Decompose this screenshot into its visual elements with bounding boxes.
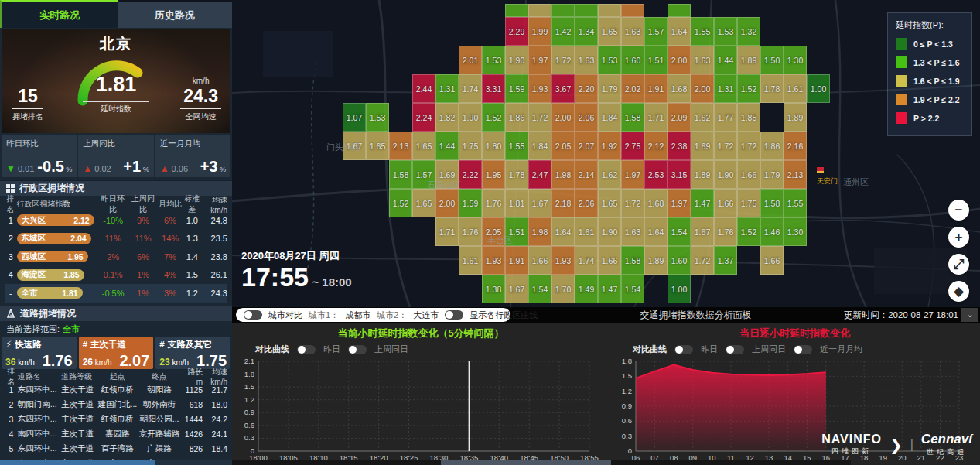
road-card-type[interactable]: ⚡快速路36 km/h1.76 — [2, 337, 77, 369]
road-row[interactable]: 4南四环中...主次干道嘉园路京开路辅路142624.1 — [5, 427, 227, 442]
chart-compare-toggles: 对比曲线昨日上周同日近一月月均 — [610, 340, 980, 355]
heatmap-cell: 1.00 — [807, 74, 830, 103]
tab-history[interactable]: 历史路况 — [118, 2, 233, 28]
road-row[interactable]: 2朝阳门南...主次干道建国门北...朝外南街61818.0 — [5, 398, 227, 412]
road-row[interactable]: 3东四环中...主次干道红领巾桥朝阳公园...144424.2 — [5, 412, 227, 427]
sidebar-scrollbar[interactable] — [0, 460, 232, 465]
heatmap-cell: 1.90 — [459, 103, 482, 132]
column-header: 均速km/h — [202, 195, 227, 214]
road-card-type[interactable]: #支路及其它23 km/h1.75 — [155, 337, 230, 369]
heatmap-cell: 1.97 — [621, 160, 644, 189]
heatmap-cell: 1.68 — [668, 74, 691, 103]
district-row[interactable]: 3西城区1.952%6%7%1.423.8 — [5, 248, 227, 266]
compare-toggle-label: 昨日 — [323, 344, 340, 355]
district-speed: 23.8 — [202, 252, 227, 262]
column-header: 终点 — [138, 371, 181, 382]
city1-select[interactable]: 成都市 — [345, 309, 370, 321]
road-row[interactable]: 5东四环中...主次干道百子湾路广渠路82618.4 — [5, 442, 227, 456]
scrollbar-thumb[interactable] — [441, 460, 611, 465]
grid-icon — [6, 184, 15, 193]
heatmap-cell: 1.63 — [621, 17, 644, 46]
city-compare-toggle[interactable] — [244, 310, 262, 320]
zoom-out-icon[interactable]: − — [948, 200, 969, 221]
city2-select[interactable]: 大连市 — [413, 309, 439, 321]
road-cell: 主次干道 — [61, 385, 97, 395]
heatmap-cell: 1.72 — [528, 103, 551, 132]
column-header: 行政区拥堵指数 — [17, 199, 98, 210]
road-card-arterial[interactable]: #主次干道26 km/h2.07 — [79, 337, 154, 369]
district-speed: 24.8 — [202, 216, 227, 225]
road-card-title: ⚡快速路 — [5, 339, 73, 350]
district-std: 1.2 — [183, 289, 202, 298]
heatmap-cell: 1.44 — [435, 132, 459, 160]
legend-swatch — [896, 112, 907, 124]
compass-icon[interactable]: ◆ — [948, 281, 969, 302]
district-row[interactable]: 4海淀区1.850.1%1%4%1.526.1 — [5, 266, 227, 285]
heatmap-cell: 1.66 — [528, 246, 551, 275]
collapse-panel-button[interactable]: ⌄ — [961, 308, 978, 322]
heatmap-cell: 1.89 — [644, 246, 668, 275]
heatmap-cell: 1.82 — [435, 103, 459, 132]
stat-unit: % — [217, 166, 226, 173]
heatmap-cell: 1.61 — [575, 217, 598, 246]
arrow-up-icon: ▲ — [160, 163, 169, 174]
scope-selector[interactable]: 当前选择范围:全市 — [0, 321, 232, 337]
district-rank: 3 — [5, 252, 17, 262]
compare-toggle[interactable] — [297, 345, 316, 354]
compare-toggle[interactable] — [794, 345, 812, 354]
heatmap-cell: 1.34 — [575, 17, 598, 46]
column-header: 道路等级 — [61, 371, 97, 382]
heatmap-cell: 1.42 — [551, 17, 575, 46]
heatmap-cell: 1.30 — [784, 46, 807, 74]
road-card-name: 快速路 — [15, 339, 42, 350]
map-canvas[interactable]: 2.291.991.421.341.651.631.571.641.551.53… — [232, 0, 980, 307]
district-day-pct: 0.1% — [98, 270, 128, 279]
column-header: 道路名 — [18, 371, 61, 382]
compare-toggle-label: 昨日 — [701, 344, 718, 355]
heatmap-cell: 1.52 — [737, 217, 760, 246]
compare-toggle[interactable] — [726, 345, 744, 354]
fullscreen-icon[interactable]: ⤢ — [948, 254, 969, 275]
heatmap-cell: 3.67 — [551, 74, 575, 103]
road-cell: 广渠路 — [138, 443, 181, 454]
district-row[interactable]: -全市1.81-0.5%1%3%1.224.3 — [5, 284, 227, 303]
district-day-pct: -0.5% — [98, 289, 128, 298]
district-month-pct: 3% — [158, 289, 182, 298]
district-row[interactable]: 2东城区2.0411%11%14%1.323.5 — [5, 230, 227, 248]
heatmap-cell: 1.98 — [528, 217, 551, 246]
district-week-pct: 9% — [128, 216, 159, 225]
heatmap-cell: 1.79 — [598, 74, 621, 103]
update-time: 更新时间：2020-08-27 18:01 — [844, 307, 958, 323]
heatmap-cell: 2.38 — [668, 132, 691, 160]
compare-toggle-label: 上周同日 — [374, 344, 408, 355]
road-cell: 2 — [5, 400, 18, 409]
heatmap-cell: 1.93 — [528, 74, 551, 103]
road-cell: 京开路辅路 — [138, 429, 181, 439]
zoom-in-icon[interactable]: + — [948, 227, 969, 248]
heatmap-cell: 2.16 — [784, 132, 807, 160]
scrollbar-thumb[interactable] — [0, 460, 155, 465]
road-row[interactable]: 1东四环中...主次干道红领巾桥朝阳路112521.7 — [5, 383, 227, 398]
svg-text:1.2: 1.2 — [622, 387, 632, 395]
heatmap-cell: 2.05 — [551, 132, 575, 160]
heatmap-cell: 1.54 — [668, 217, 691, 246]
compare-toggle[interactable] — [674, 345, 693, 354]
heatmap-cell: 2.00 — [435, 189, 459, 217]
heatmap-cell: 1.98 — [551, 160, 575, 189]
compare-toggle[interactable] — [348, 345, 367, 354]
heatmap-cell: 1.67 — [691, 217, 714, 246]
district-curves-toggle[interactable] — [445, 310, 463, 320]
heatmap-cell: 2.09 — [668, 103, 691, 132]
heatmap-cell: 1.71 — [435, 217, 459, 246]
district-week-pct: 1% — [128, 270, 159, 279]
charts-scrollbar[interactable] — [232, 460, 851, 465]
chart-plot[interactable]: 00.30.60.91.21.51.82.118:0018:0518:1018:… — [232, 355, 610, 465]
tab-realtime[interactable]: 实时路况 — [0, 0, 118, 28]
district-std: 1.5 — [183, 270, 202, 279]
road-table-header: 排名道路名道路等级起点终点路长m均速km/h — [5, 371, 227, 383]
heatmap-cell: 2.44 — [412, 74, 435, 103]
map-time-range: ~ 18:00 — [312, 275, 351, 289]
chart-title: 当前小时延时指数变化（5分钟间隔） — [232, 323, 610, 340]
heatmap-cell: 1.55 — [784, 189, 807, 217]
district-week-pct: 11% — [128, 234, 159, 243]
